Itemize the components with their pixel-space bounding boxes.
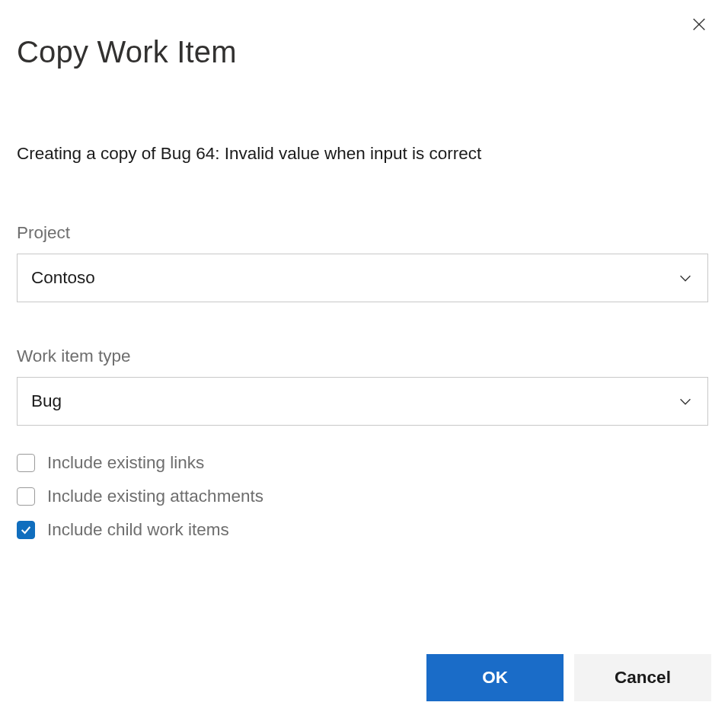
include-child-items-checkbox-row[interactable]: Include child work items (17, 520, 711, 540)
dialog-description: Creating a copy of Bug 64: Invalid value… (17, 144, 711, 164)
project-field-group: Project Contoso (17, 223, 711, 302)
dialog-buttons: OK Cancel (426, 654, 711, 701)
include-attachments-checkbox (17, 487, 35, 506)
project-dropdown[interactable]: Contoso (17, 254, 708, 302)
cancel-button[interactable]: Cancel (574, 654, 711, 701)
include-child-items-checkbox (17, 521, 35, 539)
work-item-type-dropdown-value: Bug (31, 391, 62, 411)
work-item-type-dropdown[interactable]: Bug (17, 377, 708, 426)
checkmark-icon (20, 524, 32, 536)
work-item-type-label: Work item type (17, 346, 711, 366)
include-attachments-label: Include existing attachments (47, 487, 263, 506)
include-links-checkbox (17, 454, 35, 472)
ok-button[interactable]: OK (426, 654, 564, 701)
chevron-down-icon (677, 393, 694, 410)
close-icon (691, 16, 707, 36)
chevron-down-icon (677, 270, 694, 286)
project-label: Project (17, 223, 711, 243)
project-dropdown-value: Contoso (31, 268, 95, 288)
include-child-items-label: Include child work items (47, 520, 229, 540)
dialog-title: Copy Work Item (17, 35, 711, 69)
work-item-type-field-group: Work item type Bug (17, 346, 711, 426)
include-attachments-checkbox-row[interactable]: Include existing attachments (17, 487, 711, 506)
checkbox-options: Include existing links Include existing … (17, 453, 711, 540)
include-links-label: Include existing links (47, 453, 204, 473)
include-links-checkbox-row[interactable]: Include existing links (17, 453, 711, 473)
close-button[interactable] (687, 14, 711, 38)
